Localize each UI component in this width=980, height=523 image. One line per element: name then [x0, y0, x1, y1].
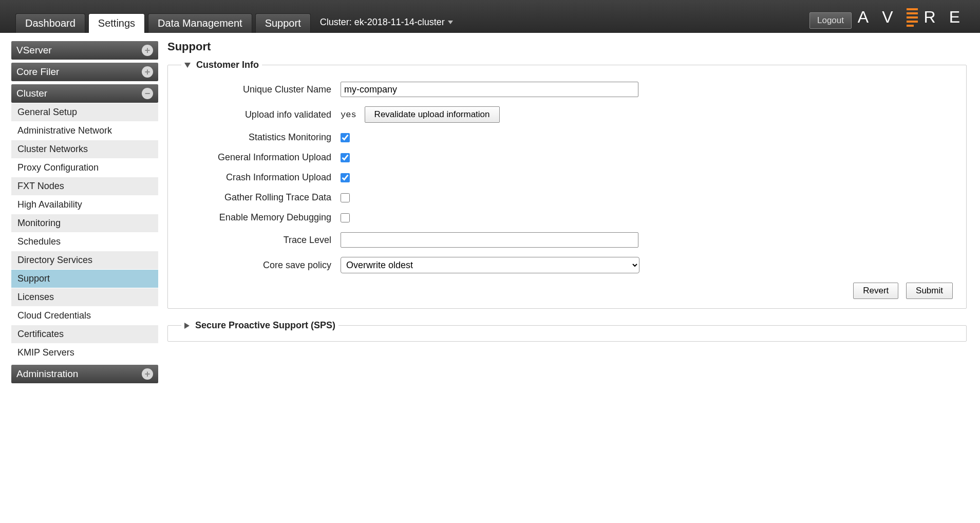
logo-letter: E — [949, 9, 967, 25]
plus-icon: + — [142, 66, 153, 78]
row-upload-info-validated: Upload info validated yes Revalidate upl… — [181, 106, 953, 123]
row-core-save-policy: Core save policy Overwrite oldest — [181, 257, 953, 273]
panel-customer-info-toggle[interactable]: Customer Info — [181, 60, 262, 70]
label-unique-cluster-name: Unique Cluster Name — [181, 84, 341, 95]
sidebar-section-administration[interactable]: Administration + — [11, 365, 158, 383]
label-core-save-policy: Core save policy — [181, 260, 341, 271]
row-trace-level: Trace Level — [181, 232, 953, 248]
cluster-label-text: Cluster: ek-2018-11-14-cluster — [320, 17, 445, 28]
sidebar-section-label: VServer — [16, 45, 52, 56]
label-trace-level: Trace Level — [181, 235, 341, 246]
panel-title: Customer Info — [196, 60, 259, 70]
label-general-information-upload: General Information Upload — [181, 152, 341, 163]
sidebar-item-proxy-configuration[interactable]: Proxy Configuration — [11, 158, 158, 177]
sidebar-item-kmip-servers[interactable]: KMIP Servers — [11, 343, 158, 362]
tab-support[interactable]: Support — [255, 13, 311, 33]
logo-letter: R — [924, 9, 943, 25]
minus-icon: − — [142, 88, 153, 99]
logo-letter: V — [882, 9, 900, 25]
sidebar-item-general-setup[interactable]: General Setup — [11, 103, 158, 121]
sidebar-section-core-filer[interactable]: Core Filer + — [11, 63, 158, 81]
panel-title: Secure Proactive Support (SPS) — [195, 320, 335, 330]
sidebar-section-label: Cluster — [16, 88, 47, 99]
chevron-right-icon — [184, 323, 190, 329]
sidebar-item-cluster-networks[interactable]: Cluster Networks — [11, 140, 158, 158]
panel-customer-info: Customer Info Unique Cluster Name Upload… — [167, 60, 967, 309]
panel-actions: Revert Submit — [181, 283, 953, 299]
checkbox-statistics-monitoring[interactable] — [341, 133, 350, 142]
brand-logo: A V R E — [858, 8, 967, 26]
logo-e-icon — [907, 8, 918, 26]
value-upload-info-validated: yes — [341, 110, 356, 120]
sidebar-section-label: Administration — [16, 368, 78, 380]
sidebar: VServer + Core Filer + Cluster − General… — [0, 33, 158, 383]
checkbox-gather-rolling-trace-data[interactable] — [341, 193, 350, 202]
row-crash-information-upload: Crash Information Upload — [181, 172, 953, 183]
chevron-down-icon — [184, 63, 191, 68]
logout-button[interactable]: Logout — [809, 12, 852, 29]
cluster-selector[interactable]: Cluster: ek-2018-11-14-cluster — [320, 17, 456, 33]
sidebar-section-vserver[interactable]: VServer + — [11, 41, 158, 60]
row-general-information-upload: General Information Upload — [181, 152, 953, 163]
label-statistics-monitoring: Statistics Monitoring — [181, 132, 341, 143]
label-upload-info-validated: Upload info validated — [181, 109, 341, 120]
logo-letter: A — [858, 9, 876, 25]
sidebar-section-label: Core Filer — [16, 66, 59, 78]
plus-icon: + — [142, 368, 153, 380]
row-enable-memory-debugging: Enable Memory Debugging — [181, 212, 953, 223]
submit-button[interactable]: Submit — [906, 283, 953, 299]
checkbox-general-information-upload[interactable] — [341, 153, 350, 162]
input-unique-cluster-name[interactable] — [341, 82, 638, 97]
sidebar-item-administrative-network[interactable]: Administrative Network — [11, 121, 158, 140]
chevron-down-icon — [448, 21, 453, 24]
sidebar-item-certificates[interactable]: Certificates — [11, 325, 158, 343]
main-content: Support Customer Info Unique Cluster Nam… — [158, 33, 980, 383]
row-statistics-monitoring: Statistics Monitoring — [181, 132, 953, 143]
page-body: VServer + Core Filer + Cluster − General… — [0, 33, 980, 383]
select-core-save-policy[interactable]: Overwrite oldest — [341, 257, 639, 273]
panel-sps-toggle[interactable]: Secure Proactive Support (SPS) — [181, 320, 338, 331]
panel-sps: Secure Proactive Support (SPS) — [167, 320, 967, 342]
sidebar-item-support[interactable]: Support — [11, 269, 158, 288]
sidebar-item-schedules[interactable]: Schedules — [11, 232, 158, 251]
sidebar-item-monitoring[interactable]: Monitoring — [11, 214, 158, 232]
input-trace-level[interactable] — [341, 232, 638, 248]
row-gather-rolling-trace-data: Gather Rolling Trace Data — [181, 192, 953, 203]
tab-dashboard[interactable]: Dashboard — [15, 13, 85, 33]
sidebar-item-fxt-nodes[interactable]: FXT Nodes — [11, 177, 158, 195]
main-tabs: Dashboard Settings Data Management Suppo… — [15, 13, 311, 33]
sidebar-item-directory-services[interactable]: Directory Services — [11, 251, 158, 269]
page-title: Support — [167, 40, 967, 53]
label-gather-rolling-trace-data: Gather Rolling Trace Data — [181, 192, 341, 203]
plus-icon: + — [142, 45, 153, 56]
sidebar-item-high-availability[interactable]: High Availability — [11, 195, 158, 214]
tab-settings[interactable]: Settings — [88, 13, 145, 33]
row-unique-cluster-name: Unique Cluster Name — [181, 82, 953, 97]
sidebar-item-cloud-credentials[interactable]: Cloud Credentials — [11, 306, 158, 325]
tab-data-management[interactable]: Data Management — [148, 13, 252, 33]
label-crash-information-upload: Crash Information Upload — [181, 172, 341, 183]
label-enable-memory-debugging: Enable Memory Debugging — [181, 212, 341, 223]
checkbox-enable-memory-debugging[interactable] — [341, 213, 350, 222]
checkbox-crash-information-upload[interactable] — [341, 173, 350, 182]
top-bar: Dashboard Settings Data Management Suppo… — [0, 0, 980, 33]
sidebar-cluster-items: General Setup Administrative Network Clu… — [11, 103, 158, 362]
sidebar-section-cluster[interactable]: Cluster − — [11, 84, 158, 103]
revert-button[interactable]: Revert — [853, 283, 898, 299]
revalidate-button[interactable]: Revalidate upload information — [365, 106, 500, 123]
sidebar-item-licenses[interactable]: Licenses — [11, 288, 158, 306]
